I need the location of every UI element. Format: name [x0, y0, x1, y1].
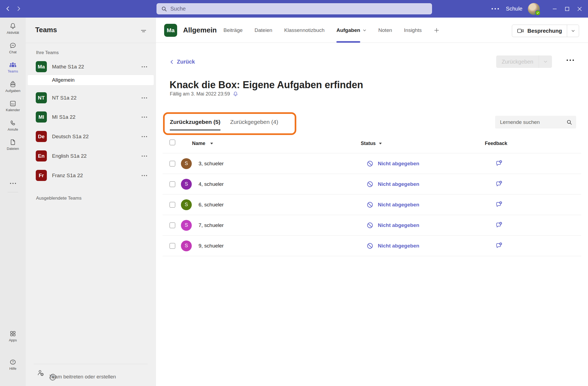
return-split-button-disabled[interactable]: Zurückgeben	[496, 55, 552, 68]
row-checkbox[interactable]	[170, 243, 175, 249]
add-tab-icon[interactable]	[434, 27, 440, 33]
student-row[interactable]: S 9, schueler Nicht abgegeben	[163, 236, 581, 256]
titlebar-more-icon[interactable]	[492, 8, 499, 9]
add-feedback-icon[interactable]	[495, 160, 503, 167]
team-options-icon[interactable]	[142, 156, 147, 157]
team-icon[interactable]: Fr	[36, 170, 47, 181]
name-column-header[interactable]: Name	[192, 141, 205, 146]
back-link[interactable]: Zurück	[170, 59, 195, 65]
status-sort-icon[interactable]	[379, 143, 382, 145]
nav-forward-icon[interactable]	[15, 5, 22, 12]
rail-item-apps[interactable]: Apps	[0, 330, 26, 346]
status-label[interactable]: Nicht abgegeben	[378, 202, 419, 208]
add-feedback-icon[interactable]	[495, 222, 503, 229]
team-options-icon[interactable]	[142, 66, 147, 67]
team-name[interactable]: MI S1a 22	[52, 114, 76, 120]
tab-returned[interactable]: Zurückgegeben (4)	[230, 119, 278, 130]
student-name[interactable]: 4, schueler	[199, 181, 224, 187]
status-label[interactable]: Nicht abgegeben	[378, 222, 419, 228]
team-icon[interactable]: MI	[36, 111, 47, 123]
team-name[interactable]: Franz S1a 22	[52, 173, 83, 179]
student-row[interactable]: S 3, schueler Nicht abgegeben	[163, 153, 581, 174]
team-icon[interactable]: Ma	[36, 61, 47, 72]
user-avatar[interactable]	[528, 3, 540, 15]
meeting-split-button[interactable]: Besprechung	[512, 25, 579, 37]
tab-to-return[interactable]: Zurückzugeben (5)	[170, 119, 220, 130]
team-name[interactable]: Deutsch S1a 22	[52, 134, 89, 140]
meeting-button[interactable]: Besprechung	[512, 25, 567, 37]
row-checkbox[interactable]	[170, 161, 175, 166]
gear-icon[interactable]	[49, 373, 148, 381]
meeting-dropdown-icon[interactable]	[567, 25, 579, 37]
nav-back-icon[interactable]	[4, 5, 12, 12]
rail-item-calls[interactable]: Anrufe	[0, 119, 26, 135]
rail-item-help[interactable]: ? Hilfe	[0, 358, 26, 374]
tab-aufgaben-active[interactable]: Aufgaben	[336, 18, 366, 43]
student-name[interactable]: 6, schueler	[199, 202, 224, 208]
join-or-create-team[interactable]: Team beitreten oder erstellen	[26, 369, 156, 384]
team-row-mathe[interactable]: Ma Mathe S1a 22	[26, 59, 156, 75]
tab-klassennotizbuch[interactable]: Klassennotizbuch	[284, 18, 324, 43]
add-feedback-icon[interactable]	[495, 242, 503, 250]
team-row-english[interactable]: En English S1a 22	[26, 148, 156, 164]
team-name[interactable]: English S1a 22	[52, 153, 87, 159]
student-row[interactable]: S 4, schueler Nicht abgegeben	[163, 174, 581, 194]
status-cell[interactable]: Nicht abgegeben	[367, 202, 419, 208]
team-icon[interactable]: En	[36, 150, 47, 161]
search-icon[interactable]	[566, 119, 572, 125]
minimize-button[interactable]	[548, 3, 561, 15]
tab-beitraege[interactable]: Beiträge	[223, 18, 243, 43]
filter-icon[interactable]	[140, 28, 147, 34]
team-name[interactable]: Mathe S1a 22	[52, 64, 84, 70]
rail-item-calendar[interactable]: Kalender	[0, 100, 26, 116]
status-cell[interactable]: Nicht abgegeben	[367, 222, 419, 229]
student-row[interactable]: S 6, schueler Nicht abgegeben	[163, 194, 581, 215]
student-name[interactable]: 3, schueler	[199, 161, 224, 167]
status-cell[interactable]: Nicht abgegeben	[367, 243, 419, 249]
row-checkbox[interactable]	[170, 181, 175, 187]
channel-item-allgemein-selected[interactable]: Allgemein	[28, 75, 154, 85]
status-cell[interactable]: Nicht abgegeben	[367, 181, 419, 187]
team-row-mi[interactable]: MI MI S1a 22	[26, 109, 156, 125]
rail-item-chat[interactable]: Chat	[0, 42, 26, 58]
student-name[interactable]: 7, schueler	[199, 222, 224, 228]
reminder-bell-icon[interactable]	[233, 91, 238, 97]
team-row-nt[interactable]: NT NT S1a 22	[26, 90, 156, 106]
rail-more-icon[interactable]	[0, 180, 26, 187]
status-label[interactable]: Nicht abgegeben	[378, 243, 419, 249]
student-search[interactable]	[495, 116, 576, 128]
row-checkbox[interactable]	[170, 202, 175, 207]
tab-dateien[interactable]: Dateien	[255, 18, 272, 43]
add-feedback-icon[interactable]	[495, 201, 503, 209]
status-label[interactable]: Nicht abgegeben	[378, 181, 419, 187]
team-options-icon[interactable]	[142, 136, 147, 137]
student-search-input[interactable]	[499, 119, 563, 126]
select-all-checkbox[interactable]	[170, 140, 175, 145]
global-search-input[interactable]	[170, 5, 415, 12]
rail-item-activity[interactable]: Aktivität	[0, 22, 26, 38]
team-options-icon[interactable]	[142, 97, 147, 98]
rail-item-teams[interactable]: Teams	[0, 61, 26, 77]
team-name[interactable]: NT S1a 22	[52, 95, 76, 101]
global-search[interactable]	[157, 3, 432, 14]
name-sort-icon[interactable]	[210, 143, 213, 145]
team-icon[interactable]: De	[36, 131, 47, 142]
hidden-teams-label[interactable]: Ausgeblendete Teams	[36, 196, 82, 201]
student-row[interactable]: S 7, schueler Nicht abgegeben	[163, 215, 581, 236]
team-icon[interactable]: NT	[36, 92, 47, 103]
add-feedback-icon[interactable]	[495, 180, 503, 188]
status-cell[interactable]: Nicht abgegeben	[367, 160, 419, 167]
student-name[interactable]: 9, schueler	[199, 243, 224, 249]
close-button[interactable]	[573, 3, 586, 15]
maximize-button[interactable]	[561, 3, 573, 15]
return-dropdown-icon[interactable]	[539, 55, 552, 68]
assignment-more-icon[interactable]	[567, 60, 574, 61]
rail-item-files[interactable]: Dateien	[0, 138, 26, 154]
rail-item-assignments[interactable]: Aufgaben	[0, 81, 26, 96]
status-column-header[interactable]: Status	[361, 141, 376, 146]
tab-insights[interactable]: Insights	[404, 18, 422, 43]
team-row-deutsch[interactable]: De Deutsch S1a 22	[26, 129, 156, 144]
account-name[interactable]: Schule	[506, 6, 522, 12]
row-checkbox[interactable]	[170, 222, 175, 228]
team-options-icon[interactable]	[142, 175, 147, 176]
